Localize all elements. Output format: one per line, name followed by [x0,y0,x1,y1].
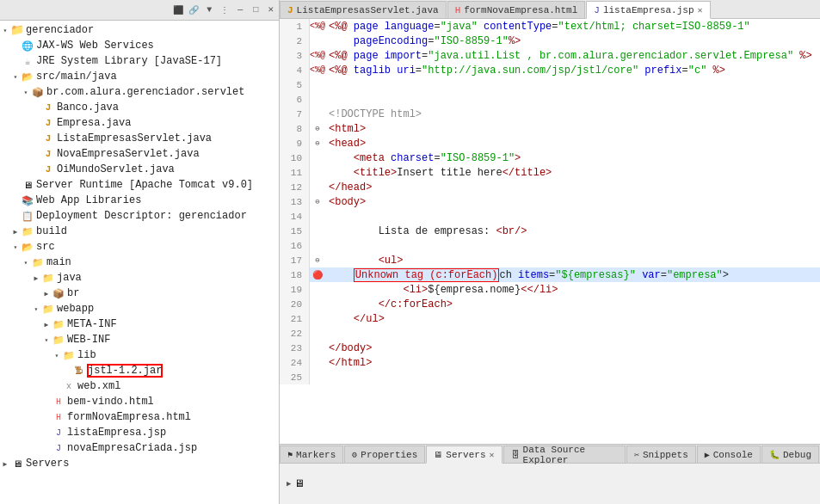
minimize-icon[interactable]: — [233,3,247,17]
tree-arrow[interactable] [41,441,52,455]
tree-item-servers[interactable]: ▶ 🖥 Servers [0,456,279,471]
tree-item-formNovaEmpresa[interactable]: HformNovaEmpresa.html [0,409,279,425]
line-content: <title>Insert title here</title> [325,165,820,180]
tree-item-server-runtime[interactable]: 🖥Server Runtime [Apache Tomcat v9.0] [0,177,279,193]
tree-arrow[interactable]: ▾ [52,348,62,362]
filter-icon[interactable]: ▼ [202,3,216,17]
line-content: <!DOCTYPE html> [325,107,820,121]
tree-item-NovaEmpresaServlet[interactable]: JNovaEmpresaServlet.java [0,146,279,162]
tree-arrow[interactable] [10,39,21,52]
error-marker: 🔴 [312,271,323,280]
tree-item-OiMundoServlet[interactable]: JOiMundoServlet.java [0,162,279,177]
tree-item-META-INF[interactable]: ▶📁META-INF [0,317,279,332]
tree-label: NovaEmpresaServlet.java [57,148,200,160]
tree-arrow[interactable] [31,147,41,161]
tree-arrow[interactable]: ▾ [0,23,10,37]
tree-item-java2[interactable]: ▶📁java [0,270,279,286]
tree-arrow[interactable]: ▶ [41,286,52,300]
bottom-tab-Data_Source_Explorer[interactable]: 🗄Data Source Explorer [503,446,626,463]
tree-item-gerenciador[interactable]: ▾📁gerenciador [0,22,279,38]
tree-label: src/main/java [36,71,117,83]
tree-arrow[interactable] [10,54,21,68]
maximize-icon[interactable]: □ [249,3,262,17]
code-editor[interactable]: 1 <%@ <%@ page language="java" contentTy… [280,19,820,444]
bottom-tab-Console[interactable]: ▶Console [697,446,761,463]
tree-icon-jar: 🗜 [72,364,86,378]
close-panel-button[interactable]: ✕ [268,3,274,17]
editor-tab-ListaEmpresasServlet.java[interactable]: JListaEmpresasServlet.java [280,1,447,18]
link-editor-icon[interactable]: 🔗 [187,3,200,17]
tree-item-src-main-java[interactable]: ▾📂src/main/java [0,69,279,84]
tree-item-ListaEmpresasServlet[interactable]: JListaEmpresasServlet.java [0,131,279,146]
tree-arrow[interactable] [31,163,41,176]
collapse-icon[interactable]: ⊖ [315,198,319,206]
properties-icon: ⚙ [352,450,357,460]
tree-item-Empresa[interactable]: JEmpresa.java [0,115,279,131]
tree-item-Banco[interactable]: JBanco.java [0,100,279,115]
datasource-icon: 🗄 [511,450,520,460]
collapse-icon[interactable]: ⊖ [315,139,319,148]
tree-label: java [57,272,82,284]
bottom-tab-Servers[interactable]: 🖥Servers✕ [426,446,502,464]
tree-item-webapp[interactable]: ▾📁webapp [0,301,279,317]
tab-label: formNovaEmpresa.html [464,5,577,15]
tree-item-deploy-desc[interactable]: 📋Deployment Descriptor: gerenciador [0,208,279,224]
tree-arrow[interactable] [31,116,41,130]
tree-arrow[interactable] [41,395,52,409]
tree-item-pkg[interactable]: ▾📦br.com.alura.gerenciador.servlet [0,84,279,100]
tree-item-br2[interactable]: ▶📦br [0,286,279,301]
server-icon: 🖥 [294,477,305,490]
tree-item-novaEmpresaCriada[interactable]: JnovaEmpresaCriada.jsp [0,440,279,456]
tree-item-jax-ws[interactable]: 🌐JAX-WS Web Services [0,38,279,53]
tree-arrow[interactable] [31,132,41,145]
line-number: 16 [280,238,310,253]
collapse-all-icon[interactable]: ⬛ [171,3,185,17]
tree-arrow[interactable]: ▾ [21,85,31,99]
tree-arrow[interactable] [10,178,21,192]
tab-close-button[interactable]: ✕ [698,5,703,15]
tree-arrow[interactable]: ▶ [0,457,10,470]
tree-item-lib[interactable]: ▾📁lib [0,347,279,363]
tree-arrow[interactable] [10,209,21,223]
tree-item-jstl-jar[interactable]: 🗜jstl-1.2.jar [0,363,279,378]
tree-arrow[interactable]: ▾ [10,240,21,254]
tree-arrow[interactable]: ▶ [31,271,41,285]
tree-arrow[interactable]: ▾ [10,70,21,83]
project-tree[interactable]: ▾📁gerenciador🌐JAX-WS Web Services☕JRE Sy… [0,21,279,504]
editor-tab-listaEmpresa.jsp[interactable]: JlistaEmpresa.jsp✕ [586,1,710,19]
tree-arrow[interactable] [10,194,21,207]
editor-tab-formNovaEmpresa.html[interactable]: HformNovaEmpresa.html [447,1,586,18]
bottom-tab-close[interactable]: ✕ [490,450,495,460]
tree-item-build[interactable]: ▶📁build [0,224,279,239]
tree-item-listaEmpresa[interactable]: JlistaEmpresa.jsp [0,425,279,440]
html-file-icon: H [455,5,461,15]
menu-icon[interactable]: ⋮ [218,3,231,17]
tree-item-bem-vindo[interactable]: Hbem-vindo.html [0,394,279,409]
bottom-tab-Properties[interactable]: ⚙Properties [344,446,425,463]
tree-arrow[interactable] [41,426,52,439]
bottom-tab-Markers[interactable]: ⚑Markers [280,446,343,463]
bottom-tab-Debug[interactable]: 🐛Debug [761,446,819,463]
tree-item-web-app-lib[interactable]: 📚Web App Libraries [0,193,279,208]
tree-item-src[interactable]: ▾📂src [0,239,279,255]
tree-arrow[interactable] [41,410,52,424]
tree-item-jre[interactable]: ☕JRE System Library [JavaSE-17] [0,53,279,69]
server-expand-arrow[interactable]: ▶ [287,479,291,489]
tree-item-web-xml[interactable]: xweb.xml [0,378,279,394]
code-line-6: 6 [280,92,820,107]
collapse-icon[interactable]: ⊖ [315,256,319,265]
tree-arrow[interactable] [62,364,72,378]
tree-arrow[interactable]: ▾ [31,302,41,316]
tree-item-WEB-INF[interactable]: ▾📁WEB-INF [0,332,279,347]
tree-arrow[interactable] [52,379,62,393]
collapse-icon[interactable]: ⊖ [315,125,319,133]
line-marker: ⊖ [310,136,325,151]
line-content [325,77,820,92]
tree-arrow[interactable]: ▾ [21,255,31,269]
bottom-tab-Snippets[interactable]: ✂Snippets [626,446,696,463]
tree-arrow[interactable] [31,101,41,114]
tree-item-main[interactable]: ▾📁main [0,255,279,270]
tree-arrow[interactable]: ▶ [10,224,21,238]
tree-arrow[interactable]: ▾ [41,333,52,347]
tree-arrow[interactable]: ▶ [41,317,52,331]
